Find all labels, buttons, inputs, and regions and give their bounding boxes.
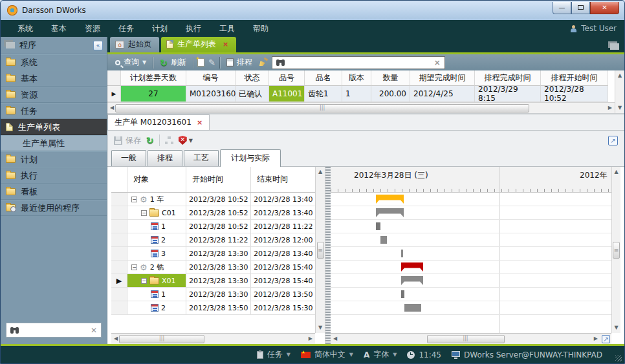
grid-vscrollbar[interactable]: ▲ ▼: [615, 70, 624, 113]
tab-close-icon[interactable]: ×: [223, 40, 228, 48]
grid-col-header[interactable]: 排程完成时间: [475, 70, 541, 86]
gantt-vscrollbar[interactable]: ▲ ▼: [611, 167, 620, 333]
table-row[interactable]: −⚙1 车2012/3/28 10:522012/3/28 13:40: [111, 193, 325, 206]
subtab-plan-vs-actual[interactable]: 计划与实际: [220, 149, 281, 167]
validate-button[interactable]: ✕ ▼: [179, 136, 193, 145]
table-col-header[interactable]: 开始时间: [186, 167, 251, 192]
table-row[interactable]: 32012/3/28 13:302012/3/28 13:40: [111, 247, 325, 261]
sidebar-item-tasks[interactable]: 任务: [1, 103, 107, 119]
gantt-bar[interactable]: [401, 262, 423, 272]
order-row[interactable]: ▶27M012031601已确认A11001齿轮11200.002012/4/2…: [107, 86, 624, 102]
table-vscrollbar[interactable]: ▲ ▼: [315, 167, 325, 333]
table-row[interactable]: 12012/3/28 10:522012/3/28 11:22: [111, 220, 325, 233]
gantt-bar[interactable]: [376, 222, 380, 230]
menu-help[interactable]: 帮助: [244, 21, 278, 37]
sidebar-item-kanban[interactable]: 看板: [1, 184, 107, 200]
grid-col-header[interactable]: 计划差异天数: [121, 70, 186, 86]
shield-dropdown-icon[interactable]: ▼: [189, 138, 193, 144]
menu-plan[interactable]: 计划: [143, 21, 177, 37]
tab-production-order-list[interactable]: 生产单列表 ×: [161, 37, 236, 52]
open-window-icon[interactable]: ↗: [608, 136, 618, 145]
minimize-button[interactable]: —: [553, 2, 571, 14]
table-row[interactable]: 22012/3/28 11:222012/3/28 12:00: [111, 233, 325, 247]
sidebar-collapse-button[interactable]: «: [93, 41, 103, 50]
dropdown-icon[interactable]: ▼: [287, 352, 291, 358]
list-search-clear-icon[interactable]: ×: [434, 58, 441, 67]
object-cell[interactable]: −⚙2 铣: [127, 261, 186, 274]
menu-system[interactable]: 系统: [8, 21, 42, 37]
tree-expander-icon[interactable]: −: [141, 278, 147, 284]
title-bar[interactable]: Darsson DWorks — ✕: [1, 1, 624, 20]
status-font[interactable]: A字体▼: [364, 349, 397, 360]
tree-expander-icon[interactable]: −: [141, 210, 147, 216]
order-detail-tab[interactable]: 生产单 M012031601 ×: [107, 114, 210, 130]
subtab-schedule[interactable]: 排程: [148, 150, 182, 166]
grid-col-header[interactable]: 编号: [186, 70, 236, 86]
gantt-hscrollbar[interactable]: ◀ ▶ ↗: [331, 333, 611, 344]
maximize-button[interactable]: [571, 2, 590, 14]
tree-expander-icon[interactable]: −: [131, 264, 137, 270]
status-tasks[interactable]: 任务▼: [257, 349, 291, 360]
gantt-bar[interactable]: [401, 276, 423, 285]
object-cell[interactable]: 1: [127, 288, 186, 301]
schedule-button[interactable]: 排程: [224, 56, 255, 69]
table-hscrollbar[interactable]: ◀ ▶: [111, 333, 315, 344]
grid-col-header[interactable]: 排程开始时间: [541, 70, 608, 86]
list-search-input[interactable]: [289, 58, 430, 67]
edit-icon[interactable]: ✎: [208, 58, 215, 67]
object-cell[interactable]: −⚙1 车: [127, 193, 186, 206]
new-document-icon[interactable]: [197, 58, 204, 67]
scroll-left-icon[interactable]: ◀: [109, 104, 115, 112]
table-row[interactable]: −C012012/3/28 10:522012/3/28 13:40: [111, 206, 325, 220]
menu-resources[interactable]: 资源: [76, 21, 109, 37]
tab-home[interactable]: ⌂ 起始页: [110, 37, 159, 52]
gantt-bar[interactable]: [376, 195, 404, 204]
gantt-bar[interactable]: [376, 208, 404, 217]
tree-expander-icon[interactable]: −: [131, 197, 137, 202]
menu-execute[interactable]: 执行: [177, 21, 210, 37]
broom-icon[interactable]: [259, 58, 268, 67]
grid-col-header[interactable]: 数量: [371, 70, 410, 86]
menu-tasks[interactable]: 任务: [109, 21, 143, 37]
table-col-header[interactable]: 结束时间: [251, 167, 316, 192]
sidebar-search-input[interactable]: [23, 326, 87, 335]
gantt-bar[interactable]: [401, 250, 403, 257]
menu-tools[interactable]: 工具: [210, 21, 244, 37]
subtab-general[interactable]: 一般: [111, 150, 146, 166]
grid-col-header[interactable]: 版本: [342, 70, 371, 86]
pages-icon[interactable]: [610, 43, 619, 50]
order-refresh-icon[interactable]: ↻: [146, 136, 154, 145]
dropdown-icon[interactable]: ▼: [349, 352, 353, 358]
object-cell[interactable]: 3: [127, 247, 186, 261]
table-row[interactable]: −⚙2 铣2012/3/28 13:302012/3/28 15:40: [111, 261, 325, 274]
object-cell[interactable]: 1: [127, 220, 186, 233]
object-cell[interactable]: 2: [127, 233, 186, 247]
sidebar-item-plan[interactable]: 计划: [1, 151, 107, 167]
table-row[interactable]: ▶−X012012/3/28 13:302012/3/28 15:40: [111, 274, 325, 288]
sidebar-item-basic[interactable]: 基本: [1, 70, 107, 87]
sidebar-search-clear-icon[interactable]: ✕: [91, 326, 97, 335]
sidebar-item-resources[interactable]: 资源: [1, 87, 107, 103]
pane-splitter[interactable]: [325, 167, 331, 344]
gantt-bar[interactable]: [380, 236, 387, 244]
object-cell[interactable]: −C01: [127, 206, 186, 220]
orgchart-icon[interactable]: [165, 136, 173, 144]
gantt-bar[interactable]: [401, 290, 404, 298]
sidebar-item-execute[interactable]: 执行: [1, 167, 107, 184]
grid-hscrollbar[interactable]: ◀ ▶: [107, 102, 615, 113]
close-button[interactable]: ✕: [590, 2, 619, 14]
sidebar-item-system[interactable]: 系统: [1, 54, 107, 70]
order-tab-close-icon[interactable]: ×: [197, 118, 203, 127]
save-button[interactable]: 保存: [114, 135, 141, 146]
query-dropdown-icon[interactable]: ▼: [142, 59, 146, 65]
sidebar-item-recent-programs[interactable]: 最近使用的程序: [1, 200, 107, 216]
table-row[interactable]: 22012/3/28 13:502012/3/28 15:30: [111, 301, 325, 315]
query-button[interactable]: 查询 ▼: [113, 56, 149, 69]
object-cell[interactable]: 2: [127, 301, 186, 315]
gantt-bar[interactable]: [404, 304, 421, 312]
gantt-expand-icon[interactable]: ↗: [602, 335, 610, 343]
sidebar-item-production-order-properties[interactable]: 生产单属性: [1, 135, 107, 151]
grid-col-header[interactable]: 期望完成时间: [410, 70, 475, 86]
grid-col-header[interactable]: 状态: [236, 70, 269, 86]
grid-col-header[interactable]: 品号: [269, 70, 305, 86]
